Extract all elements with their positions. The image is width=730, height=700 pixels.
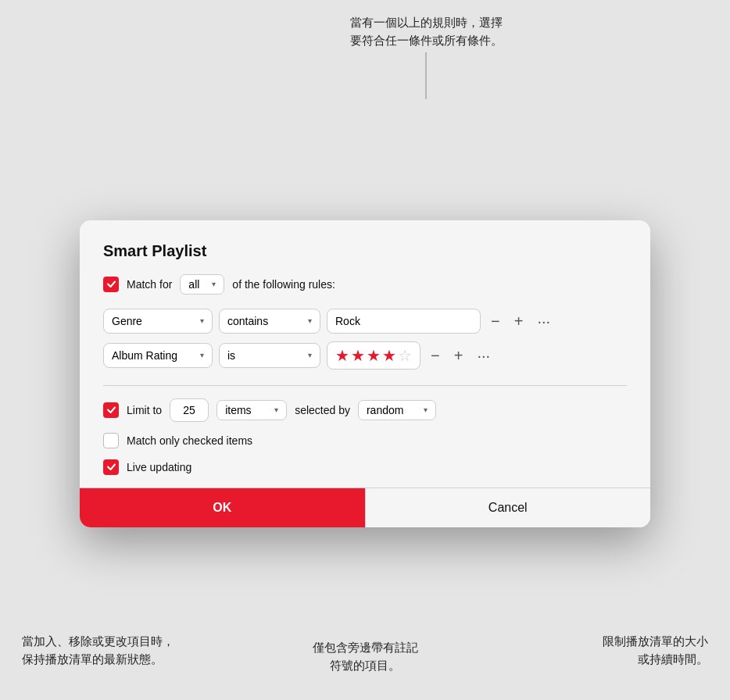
annotation-top: 當有一個以上的規則時，選擇 要符合任一條件或所有條件。: [350, 14, 503, 99]
limit-order-select[interactable]: random ▾: [358, 400, 436, 420]
rule2-field-chevron-icon: ▾: [200, 351, 204, 359]
rule1-operator-select[interactable]: contains ▾: [219, 309, 320, 334]
match-only-checkbox[interactable]: [103, 433, 119, 448]
rules-section: Genre ▾ contains ▾ − + ··· Album Rating: [103, 309, 627, 370]
rule2-operator-select[interactable]: is ▾: [219, 343, 320, 368]
match-all-select[interactable]: all any ▾: [180, 274, 224, 295]
star-3[interactable]: ★: [367, 346, 381, 365]
limit-order-label: random: [367, 404, 403, 416]
match-row: Match for all any ▾ of the following rul…: [103, 274, 627, 295]
annotation-bottom-left: 當加入、移除或更改項目時， 保持播放清單的最新狀態。: [22, 633, 174, 669]
dialog-footer: OK Cancel: [80, 488, 650, 527]
limit-value-input[interactable]: [170, 398, 209, 422]
rule2-operator-label: is: [227, 349, 235, 362]
star-1[interactable]: ★: [335, 346, 349, 365]
rule1-field-chevron-icon: ▾: [200, 316, 204, 325]
rule1-field-label: Genre: [112, 315, 142, 327]
rule1-remove-button[interactable]: −: [487, 312, 504, 330]
limit-checkbox[interactable]: [103, 402, 119, 418]
rule2-stars-input[interactable]: ★ ★ ★ ★ ☆: [327, 341, 420, 370]
separator-1: [103, 385, 627, 386]
rule2-operator-chevron-icon: ▾: [308, 351, 312, 359]
annotation-bottom-center: 僅包含旁邊帶有註記 符號的項目。: [313, 639, 418, 675]
rule1-more-button[interactable]: ···: [533, 312, 554, 330]
limit-row: Limit to items ▾ selected by random ▾: [103, 398, 627, 422]
cancel-button[interactable]: Cancel: [365, 488, 651, 527]
dialog-title: Smart Playlist: [103, 242, 627, 260]
match-chevron-icon: ▾: [212, 280, 216, 288]
star-5[interactable]: ☆: [398, 346, 412, 365]
match-label-post: of the following rules:: [232, 278, 335, 291]
selected-by-label: selected by: [295, 404, 350, 416]
match-label-pre: Match for: [127, 278, 172, 291]
rule-row-2: Album Rating ▾ is ▾ ★ ★ ★ ★ ☆ − +: [103, 341, 627, 370]
smart-playlist-dialog: Smart Playlist Match for all any ▾ of th…: [80, 220, 650, 527]
star-2[interactable]: ★: [351, 346, 365, 365]
live-updating-label: Live updating: [127, 461, 191, 473]
rule2-field-select[interactable]: Album Rating ▾: [103, 343, 213, 368]
match-only-checked-row: Match only checked items: [103, 433, 627, 448]
limit-unit-select[interactable]: items ▾: [216, 400, 287, 420]
live-updating-checkbox[interactable]: [103, 459, 119, 475]
rule2-more-button[interactable]: ···: [473, 346, 494, 365]
match-checkbox[interactable]: [103, 277, 119, 292]
star-4[interactable]: ★: [382, 346, 396, 365]
limit-label: Limit to: [127, 404, 162, 416]
limit-order-chevron-icon: ▾: [424, 405, 428, 414]
rule2-field-label: Album Rating: [112, 349, 177, 362]
rule1-operator-label: contains: [227, 315, 268, 327]
page-wrapper: 當有一個以上的規則時，選擇 要符合任一條件或所有條件。 Smart Playli…: [0, 0, 730, 700]
ok-button[interactable]: OK: [80, 488, 365, 527]
rule-row-1: Genre ▾ contains ▾ − + ···: [103, 309, 627, 334]
rule1-operator-chevron-icon: ▾: [308, 316, 312, 325]
limit-unit-chevron-icon: ▾: [274, 405, 278, 414]
annotation-bottom-right: 限制播放清單的大小 或持續時間。: [603, 633, 708, 669]
rule2-add-button[interactable]: +: [450, 346, 467, 365]
limit-unit-label: items: [225, 404, 251, 416]
rule2-remove-button[interactable]: −: [427, 346, 444, 365]
rule1-add-button[interactable]: +: [510, 312, 528, 330]
rule1-value-input[interactable]: [327, 309, 481, 334]
live-updating-row: Live updating: [103, 459, 627, 475]
match-all-dropdown[interactable]: all any: [188, 278, 208, 291]
match-only-label: Match only checked items: [127, 434, 252, 447]
rule1-field-select[interactable]: Genre ▾: [103, 309, 213, 334]
